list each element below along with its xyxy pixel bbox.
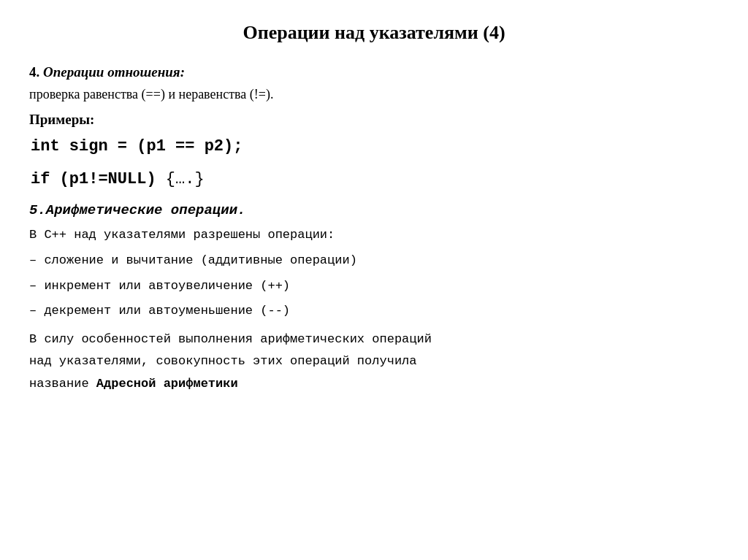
code-if-part: if (p1!=NULL) <box>31 170 156 188</box>
section4-heading-text: Операции отношения: <box>43 64 185 80</box>
section5-body: В С++ над указателями разрешены операции… <box>29 224 719 322</box>
page-title: Операции над указателями (4) <box>29 22 719 44</box>
section5: 5.Арифметические операции. В С++ над ука… <box>29 202 719 395</box>
code-line1: int sign = (p1 == p2); <box>29 134 719 159</box>
code-line2: if (p1!=NULL) {….} <box>29 166 719 192</box>
section4-heading: 4. Операции отношения: <box>29 64 719 80</box>
section5-final: В силу особенностей выполнения арифметич… <box>29 329 719 396</box>
section4: 4. Операции отношения: проверка равенств… <box>29 64 719 192</box>
examples-label: Примеры: <box>29 112 719 128</box>
section4-description: проверка равенства (==) и неравенства (!… <box>29 85 719 104</box>
section5-line3: – инкремент или автоувеличение (++) <box>29 275 719 298</box>
section5-line4: – декремент или автоуменьшение (--) <box>29 300 719 323</box>
final-line3: название Адресной арифметики <box>29 373 719 396</box>
final-line3-text: название <box>29 377 96 391</box>
section5-heading: 5.Арифметические операции. <box>29 202 719 218</box>
final-line2: над указателями, совокупность этих опера… <box>29 350 719 373</box>
section5-line1: В С++ над указателями разрешены операции… <box>29 224 719 247</box>
code-braces-part: {….} <box>156 170 205 188</box>
final-line1: В силу особенностей выполнения арифметич… <box>29 329 719 351</box>
section5-line2: – сложение и вычитание (аддитивные опера… <box>29 250 719 272</box>
section4-number: 4. <box>29 64 39 80</box>
final-bold: Адресной арифметики <box>96 377 238 391</box>
